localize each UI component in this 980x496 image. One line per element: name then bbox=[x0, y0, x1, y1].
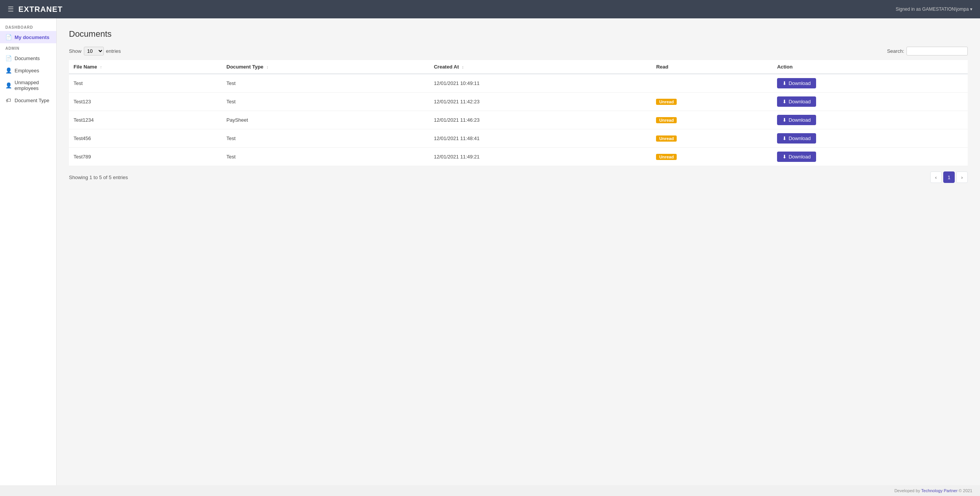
cell-action: ⬇Download bbox=[772, 111, 968, 129]
cell-created-at: 12/01/2021 10:49:11 bbox=[429, 74, 652, 93]
table-row: Test1234PaySheet12/01/2021 11:46:23Unrea… bbox=[69, 111, 968, 129]
download-button[interactable]: ⬇Download bbox=[777, 115, 816, 125]
col-action: Action bbox=[772, 60, 968, 74]
table-header: File Name ↑ Document Type ↕ Created At ↕… bbox=[69, 60, 968, 74]
col-read: Read bbox=[651, 60, 772, 74]
cell-created-at: 12/01/2021 11:42:23 bbox=[429, 93, 652, 111]
col-created-at[interactable]: Created At ↕ bbox=[429, 60, 652, 74]
unread-badge: Unread bbox=[656, 135, 677, 142]
show-label: Show bbox=[69, 48, 82, 54]
cell-action: ⬇Download bbox=[772, 74, 968, 93]
cell-read: Unread bbox=[651, 148, 772, 166]
cell-read bbox=[651, 74, 772, 93]
cell-document-type: PaySheet bbox=[222, 111, 429, 129]
download-button[interactable]: ⬇Download bbox=[777, 78, 816, 88]
cell-read: Unread bbox=[651, 111, 772, 129]
cell-created-at: 12/01/2021 11:49:21 bbox=[429, 148, 652, 166]
col-document-type[interactable]: Document Type ↕ bbox=[222, 60, 429, 74]
doctype-icon: 🏷 bbox=[5, 97, 11, 103]
sidebar-item-label-unmapped: Unmapped employees bbox=[15, 80, 51, 91]
download-icon: ⬇ bbox=[782, 80, 787, 86]
sidebar-item-label-my-documents: My documents bbox=[15, 34, 49, 40]
table-row: TestTest12/01/2021 10:49:11⬇Download bbox=[69, 74, 968, 93]
sidebar-item-label-documents: Documents bbox=[15, 55, 40, 61]
table-row: Test123Test12/01/2021 11:42:23Unread⬇Dow… bbox=[69, 93, 968, 111]
cell-document-type: Test bbox=[222, 93, 429, 111]
search-label: Search: bbox=[887, 48, 904, 54]
footer-text: Developed by bbox=[894, 488, 921, 493]
sidebar-item-document-type[interactable]: 🏷 Document Type bbox=[0, 94, 56, 106]
cell-document-type: Test bbox=[222, 129, 429, 148]
cell-read: Unread bbox=[651, 93, 772, 111]
download-button[interactable]: ⬇Download bbox=[777, 152, 816, 162]
search-input[interactable] bbox=[906, 47, 968, 55]
download-icon: ⬇ bbox=[782, 99, 787, 104]
table-body: TestTest12/01/2021 10:49:11⬇DownloadTest… bbox=[69, 74, 968, 166]
unread-badge: Unread bbox=[656, 154, 677, 160]
pagination-prev[interactable]: ‹ bbox=[930, 171, 942, 183]
cell-action: ⬇Download bbox=[772, 148, 968, 166]
footer-link[interactable]: Technology Partner bbox=[921, 488, 958, 493]
main-content: Documents Show 10 25 50 100 entries Sear… bbox=[57, 18, 980, 485]
brand-logo: EXTRANET bbox=[18, 5, 63, 14]
cell-document-type: Test bbox=[222, 148, 429, 166]
sidebar-item-unmapped-employees[interactable]: 👤 Unmapped employees bbox=[0, 77, 56, 94]
sort-arrow-filename: ↑ bbox=[100, 65, 102, 69]
layout: DASHBOARD 📄 My documents ADMIN 📄 Documen… bbox=[0, 18, 980, 485]
documents-icon: 📄 bbox=[5, 55, 11, 61]
sidebar-item-my-documents[interactable]: 📄 My documents bbox=[0, 31, 56, 43]
cell-file-name: Test456 bbox=[69, 129, 222, 148]
cell-document-type: Test bbox=[222, 74, 429, 93]
download-icon: ⬇ bbox=[782, 135, 787, 141]
download-button[interactable]: ⬇Download bbox=[777, 133, 816, 144]
sidebar-item-documents[interactable]: 📄 Documents bbox=[0, 52, 56, 64]
dashboard-section-label: DASHBOARD bbox=[0, 22, 56, 31]
documents-table: File Name ↑ Document Type ↕ Created At ↕… bbox=[69, 60, 968, 166]
download-icon: ⬇ bbox=[782, 154, 787, 160]
show-entries-control: Show 10 25 50 100 entries bbox=[69, 47, 121, 55]
search-control: Search: bbox=[887, 47, 968, 55]
download-button[interactable]: ⬇Download bbox=[777, 96, 816, 107]
footer: Developed by Technology Partner © 2021 bbox=[0, 485, 980, 496]
page-title: Documents bbox=[69, 29, 968, 39]
employees-icon: 👤 bbox=[5, 67, 11, 73]
admin-section-label: ADMIN bbox=[0, 43, 56, 52]
unmapped-icon: 👤 bbox=[5, 82, 11, 88]
sidebar-item-label-employees: Employees bbox=[15, 68, 39, 73]
pagination-controls: ‹ 1 › bbox=[930, 171, 968, 183]
table-row: Test789Test12/01/2021 11:49:21Unread⬇Dow… bbox=[69, 148, 968, 166]
col-file-name[interactable]: File Name ↑ bbox=[69, 60, 222, 74]
sidebar-item-employees[interactable]: 👤 Employees bbox=[0, 64, 56, 77]
pagination-next[interactable]: › bbox=[956, 171, 968, 183]
hamburger-icon[interactable]: ☰ bbox=[8, 5, 14, 13]
navbar: ☰ EXTRANET Signed in as GAMESTATION\jomp… bbox=[0, 0, 980, 18]
cell-file-name: Test789 bbox=[69, 148, 222, 166]
footer-suffix: © 2021 bbox=[957, 488, 972, 493]
sidebar-item-label-doctype: Document Type bbox=[15, 98, 49, 103]
cell-created-at: 12/01/2021 11:48:41 bbox=[429, 129, 652, 148]
cell-created-at: 12/01/2021 11:46:23 bbox=[429, 111, 652, 129]
cell-file-name: Test123 bbox=[69, 93, 222, 111]
table-controls: Show 10 25 50 100 entries Search: bbox=[69, 47, 968, 55]
sidebar: DASHBOARD 📄 My documents ADMIN 📄 Documen… bbox=[0, 18, 57, 485]
cell-action: ⬇Download bbox=[772, 129, 968, 148]
cell-file-name: Test bbox=[69, 74, 222, 93]
entries-select[interactable]: 10 25 50 100 bbox=[84, 47, 104, 55]
unread-badge: Unread bbox=[656, 99, 677, 105]
unread-badge: Unread bbox=[656, 117, 677, 123]
document-icon: 📄 bbox=[5, 34, 11, 40]
sort-arrow-doctype: ↕ bbox=[266, 65, 268, 69]
sort-arrow-created: ↕ bbox=[462, 65, 464, 69]
cell-action: ⬇Download bbox=[772, 93, 968, 111]
download-icon: ⬇ bbox=[782, 117, 787, 123]
user-info[interactable]: Signed in as GAMESTATION\jompa ▾ bbox=[896, 7, 972, 12]
cell-read: Unread bbox=[651, 129, 772, 148]
pagination-info: Showing 1 to 5 of 5 entries bbox=[69, 175, 128, 180]
pagination-row: Showing 1 to 5 of 5 entries ‹ 1 › bbox=[69, 171, 968, 183]
cell-file-name: Test1234 bbox=[69, 111, 222, 129]
table-row: Test456Test12/01/2021 11:48:41Unread⬇Dow… bbox=[69, 129, 968, 148]
entries-label: entries bbox=[106, 48, 121, 54]
pagination-page-1[interactable]: 1 bbox=[943, 171, 955, 183]
